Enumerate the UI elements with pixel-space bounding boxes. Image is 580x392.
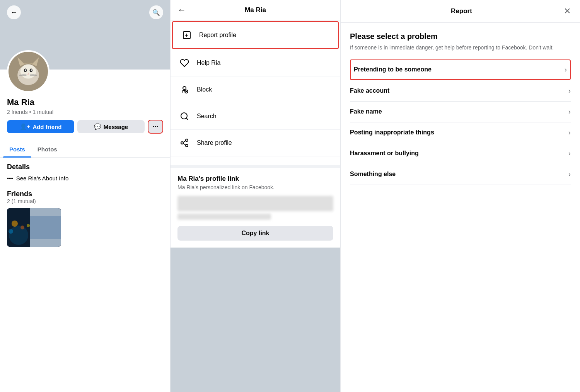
back-button[interactable]: ←	[7, 5, 21, 19]
chevron-right-icon: ›	[565, 66, 567, 74]
share-icon	[177, 136, 191, 150]
menu-panel: ← Ma Ria Report profile Help Ria	[170, 0, 340, 392]
details-item: ••• See Ria's About Info	[7, 175, 163, 182]
menu-item-report[interactable]: Report profile	[172, 21, 339, 49]
blurred-link-1	[177, 196, 333, 211]
svg-point-33	[181, 142, 183, 144]
report-option-harassment[interactable]: Harassment or bullying ›	[350, 143, 571, 164]
report-panel: Report ✕ Please select a problem If some…	[340, 0, 580, 392]
messenger-icon: 💬	[94, 123, 101, 130]
profile-name: Ma Ria	[7, 97, 163, 107]
more-button[interactable]: ···	[148, 120, 163, 134]
dots-icon: •••	[7, 175, 13, 182]
tab-posts[interactable]: Posts	[3, 141, 31, 157]
menu-item-share-label: Share profile	[197, 139, 232, 146]
report-icon	[180, 28, 194, 42]
report-subtext: If someone is in immediate danger, get h…	[350, 44, 571, 52]
close-button[interactable]: ✕	[564, 6, 571, 16]
menu-header: ← Ma Ria	[171, 0, 340, 20]
svg-line-36	[183, 141, 186, 143]
chevron-right-icon-2: ›	[568, 87, 571, 95]
chevron-right-icon-6: ›	[568, 170, 571, 178]
menu-back-button[interactable]: ←	[177, 5, 186, 15]
report-option-fake-name[interactable]: Fake name ›	[350, 102, 571, 122]
top-bar: ← 🔍	[0, 0, 170, 25]
add-friend-icon: 👤+	[20, 123, 31, 130]
profile-actions: 👤+ Add friend 💬 Message ···	[7, 120, 163, 134]
avatar-image	[9, 52, 48, 91]
report-content: Please select a problem If someone is in…	[341, 23, 580, 392]
copy-link-button[interactable]: Copy link	[177, 226, 333, 241]
svg-rect-23	[7, 208, 61, 247]
message-button[interactable]: 💬 Message	[77, 120, 145, 133]
menu-item-block[interactable]: Block	[171, 76, 340, 103]
search-menu-icon	[177, 109, 191, 123]
profile-details: Details ••• See Ria's About Info	[0, 158, 170, 190]
search-button[interactable]: 🔍	[149, 5, 163, 19]
menu-item-help-label: Help Ria	[197, 59, 220, 66]
avatar	[7, 50, 49, 93]
report-option-pretending[interactable]: Pretending to be someone ›	[350, 59, 571, 80]
svg-line-35	[183, 144, 186, 145]
profile-tabs: Posts Photos	[0, 141, 170, 158]
svg-point-27	[183, 87, 186, 90]
menu-item-search[interactable]: Search	[171, 103, 340, 130]
svg-line-31	[186, 118, 188, 120]
friends-thumbnail	[7, 208, 61, 247]
add-friend-button[interactable]: 👤+ Add friend	[7, 120, 74, 133]
block-icon	[177, 83, 191, 97]
svg-point-2	[20, 64, 36, 78]
heart-icon	[177, 56, 191, 70]
friends-title: Friends	[7, 190, 163, 198]
report-title: Report	[451, 7, 472, 15]
details-title: Details	[7, 163, 163, 171]
friends-count: 2 friends • 1 mutual	[7, 109, 163, 115]
profile-panel: ← 🔍	[0, 0, 170, 392]
chevron-right-icon-3: ›	[568, 108, 571, 116]
gray-area	[171, 248, 340, 392]
svg-point-30	[181, 113, 187, 119]
tab-photos[interactable]: Photos	[31, 141, 63, 157]
cover-photo: ← 🔍	[0, 0, 170, 70]
report-option-fake-account[interactable]: Fake account ›	[350, 81, 571, 102]
profile-info: Ma Ria 2 friends • 1 mutual 👤+ Add frien…	[0, 97, 170, 139]
report-heading: Please select a problem	[350, 32, 571, 41]
menu-items-list: Report profile Help Ria Block	[171, 20, 340, 165]
friends-section: Friends 2 (1 mutual)	[0, 190, 170, 247]
profile-link-subtitle: Ma Ria's personalized link on Facebook.	[177, 184, 333, 190]
menu-title: Ma Ria	[245, 6, 266, 14]
report-header: Report ✕	[341, 0, 580, 23]
report-option-inappropriate[interactable]: Posting inappropriate things ›	[350, 122, 571, 143]
chevron-right-icon-5: ›	[568, 149, 571, 158]
chevron-right-icon-4: ›	[568, 129, 571, 137]
menu-item-share[interactable]: Share profile	[171, 130, 340, 156]
menu-item-search-label: Search	[197, 113, 217, 120]
svg-point-8	[31, 69, 32, 71]
profile-link-section: Ma Ria's profile link Ma Ria's personali…	[171, 165, 340, 248]
svg-point-7	[25, 69, 26, 71]
profile-link-title: Ma Ria's profile link	[177, 175, 333, 183]
report-option-other[interactable]: Something else ›	[350, 164, 571, 185]
menu-item-help[interactable]: Help Ria	[171, 50, 340, 76]
svg-point-34	[186, 144, 188, 147]
menu-item-block-label: Block	[197, 86, 212, 93]
svg-point-32	[186, 139, 188, 141]
search-icon: 🔍	[152, 9, 160, 16]
friends-count-detail: 2 (1 mutual)	[7, 198, 163, 204]
menu-item-report-label: Report profile	[199, 32, 236, 39]
blurred-link-2	[177, 214, 271, 220]
friends-image	[7, 208, 61, 247]
